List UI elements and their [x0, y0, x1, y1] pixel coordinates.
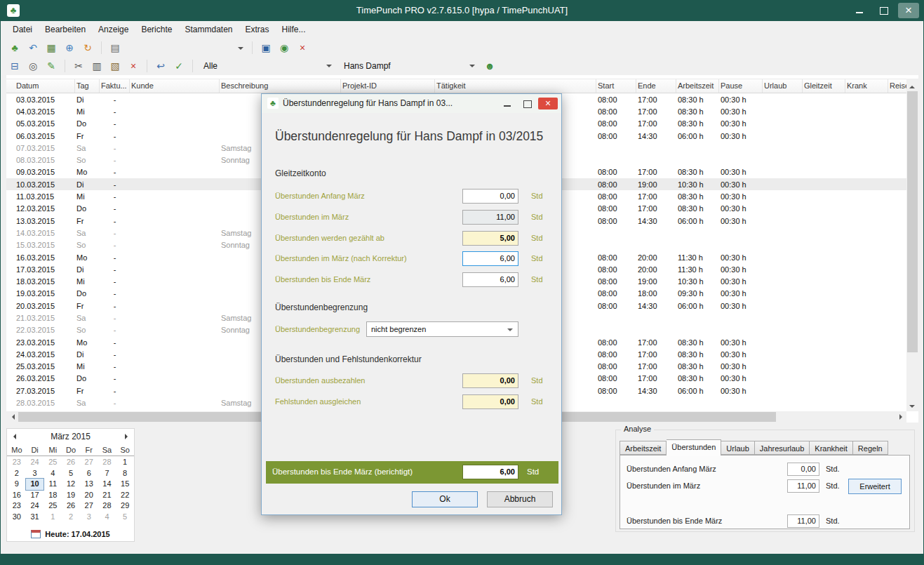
confirm-icon[interactable]: ✓ [172, 59, 186, 73]
calendar-day[interactable]: 9 [8, 479, 26, 490]
person-icon[interactable]: ☻ [483, 59, 497, 73]
column-header-start[interactable]: Start [596, 79, 636, 93]
web-icon[interactable]: ⊕ [62, 41, 76, 55]
dialog-maximize-button[interactable] [518, 98, 536, 109]
new-entry-icon[interactable]: ♣ [8, 41, 22, 55]
input-ueberstunden-im-maerz-nach-korrektur[interactable]: 6,00 [462, 251, 518, 266]
analyse-value-ueberstunden-anfang-maerz[interactable]: 0,00 [787, 463, 819, 476]
calendar-day[interactable]: 1 [116, 457, 134, 468]
delete-icon[interactable]: × [126, 59, 140, 73]
calendar-day[interactable]: 19 [62, 490, 80, 501]
next-month-icon[interactable] [125, 434, 128, 439]
menu-extras[interactable]: Extras [239, 22, 276, 37]
menu-bearbeiten[interactable]: Bearbeiten [39, 22, 92, 37]
calendar-day[interactable]: 31 [26, 512, 44, 523]
tab-jahresurlaub[interactable]: Jahresurlaub [755, 441, 810, 455]
input-ueberstunden-bis-ende-maerz[interactable]: 6,00 [462, 272, 518, 287]
analyse-value-ueberstunden-im-maerz[interactable]: 11,00 [787, 479, 819, 493]
tab-regeln[interactable]: Regeln [853, 441, 888, 455]
print-icon[interactable]: ⊟ [8, 59, 22, 73]
timesheet-grid-icon[interactable]: ▦ [44, 41, 58, 55]
close-button[interactable] [898, 3, 919, 18]
calendar-day[interactable]: 28 [98, 457, 116, 468]
input-ueberstunden-werden-gezaehlt-ab[interactable]: 5,00 [462, 231, 518, 246]
column-header-taetigkeit[interactable]: Tätigkeit [435, 79, 596, 93]
calendar-day[interactable]: 26 [62, 457, 80, 468]
column-header-tag[interactable]: Tag [75, 79, 100, 93]
input-fehlstunden-ausgleichen[interactable]: 0,00 [462, 394, 518, 409]
tab-arbeitszeit[interactable]: Arbeitszeit [620, 441, 667, 455]
undo-change-icon[interactable]: ↩ [154, 59, 168, 73]
calendar-day[interactable]: 2 [62, 512, 80, 523]
calendar-today-row[interactable]: Heute: 17.04.2015 [7, 530, 134, 538]
column-header-gleitzeit[interactable]: Gleitzeit [803, 79, 845, 93]
erweitert-button[interactable]: Erweitert [848, 479, 902, 494]
discard-icon[interactable]: × [295, 41, 309, 55]
column-header-arbeitszeit[interactable]: Arbeitszeit [676, 79, 719, 93]
calendar-day[interactable]: 17 [26, 490, 44, 501]
column-header-datum[interactable]: Datum [15, 79, 75, 93]
column-header-krank[interactable]: Krank [845, 79, 888, 93]
scroll-up-icon[interactable] [906, 79, 918, 91]
calendar-day[interactable]: 6 [80, 468, 98, 479]
maximize-restore-button[interactable] [873, 3, 895, 18]
calendar-day[interactable]: 4 [98, 512, 116, 523]
calendar-day[interactable]: 3 [80, 512, 98, 523]
calendar-day[interactable]: 1 [43, 512, 62, 523]
calendar-day[interactable]: 21 [98, 490, 116, 501]
calendar-day[interactable]: 15 [116, 479, 134, 490]
calendar-day[interactable]: 11 [43, 479, 62, 490]
calendar-day[interactable]: 24 [26, 500, 44, 512]
calendar-day[interactable]: 10 [26, 479, 44, 490]
input-ueberstunden-im-maerz[interactable]: 11,00 [462, 210, 518, 225]
column-header-kunde[interactable]: Kunde [130, 79, 220, 93]
calendar-day[interactable]: 23 [8, 500, 26, 512]
calendar-day[interactable]: 12 [62, 479, 80, 490]
calendar-day[interactable]: 18 [43, 490, 62, 501]
dialog-close-button[interactable] [538, 98, 558, 109]
calendar-day[interactable]: 25 [43, 500, 62, 512]
export-icon[interactable]: ▤ [108, 41, 122, 55]
calendar-day[interactable]: 20 [80, 490, 98, 501]
dialog-minimize-button[interactable] [499, 98, 516, 109]
cut-icon[interactable]: ✂ [72, 59, 86, 73]
calendar-day[interactable]: 13 [80, 479, 98, 490]
input-ueberstunden-anfang-maerz[interactable]: 0,00 [462, 189, 518, 204]
result-value-input[interactable]: 6,00 [462, 465, 518, 479]
menu-hilfe[interactable]: Hilfe... [276, 22, 312, 37]
calendar-day[interactable]: 16 [8, 490, 26, 501]
scroll-left-icon[interactable] [6, 411, 18, 423]
calendar-day[interactable]: 23 [8, 457, 26, 468]
calendar-day[interactable]: 24 [26, 457, 44, 468]
paste-icon[interactable]: ▧ [108, 59, 122, 73]
calendar-day[interactable]: 27 [80, 457, 98, 468]
cancel-button[interactable]: Abbruch [487, 491, 553, 507]
calendar-day[interactable]: 22 [116, 490, 134, 501]
column-header-pause[interactable]: Pause [719, 79, 763, 93]
tab-krankheit[interactable]: Krankheit [810, 441, 852, 455]
column-header-ende[interactable]: Ende [636, 79, 676, 93]
undo-icon[interactable]: ↶ [26, 41, 40, 55]
dropdown-caret-icon[interactable] [236, 41, 246, 55]
vertical-scrollbar[interactable] [906, 79, 918, 411]
minimize-button[interactable] [849, 3, 870, 18]
calendar-day[interactable]: 4 [43, 468, 62, 479]
menu-anzeige[interactable]: Anzeige [92, 22, 135, 37]
analyse-value-ueberstunden-bis-ende-maerz[interactable]: 11,00 [787, 514, 819, 528]
calendar-day[interactable]: 28 [98, 500, 116, 512]
calendar-day[interactable]: 25 [43, 457, 62, 468]
column-header-faktu[interactable]: Faktu... [100, 79, 130, 93]
menu-datei[interactable]: Datei [6, 22, 39, 37]
ok-button[interactable]: Ok [412, 491, 478, 507]
calendar-day[interactable]: 5 [116, 512, 134, 523]
scroll-right-icon[interactable] [895, 411, 906, 423]
column-header-urlaub[interactable]: Urlaub [763, 79, 803, 93]
calendar-day[interactable]: 30 [8, 512, 26, 523]
column-header-reise[interactable]: Reise... [888, 79, 907, 93]
copy-icon[interactable]: ▥ [90, 59, 104, 73]
input-ueberstunden-ausbezahlen[interactable]: 0,00 [462, 373, 518, 388]
filter-combobox[interactable]: Alle [199, 58, 335, 74]
calendar-day[interactable]: 14 [98, 479, 116, 490]
print-preview-icon[interactable]: ◎ [26, 59, 40, 73]
calendar-day[interactable]: 5 [62, 468, 80, 479]
